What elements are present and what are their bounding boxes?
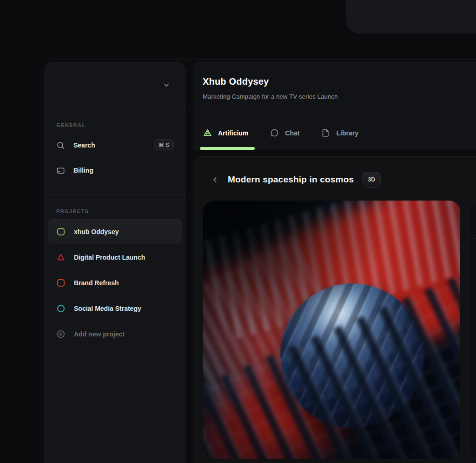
image-layer-vignette [203, 201, 460, 459]
active-tab-indicator [200, 147, 255, 150]
section-label-general: GENERAL [56, 122, 174, 128]
add-new-project-button[interactable]: Add new project [48, 321, 182, 347]
artificium-logo-icon [203, 128, 212, 138]
project-label: xhub Oddysey [74, 228, 119, 235]
sidebar-item-search[interactable]: Search ⌘ S [48, 133, 182, 158]
page-subtitle: Marketing Campaign for a new TV series L… [203, 93, 338, 100]
tab-artificium[interactable]: Artificium [203, 128, 248, 138]
sidebar-project-xhub-oddysey[interactable]: xhub Oddysey [48, 219, 182, 244]
background-decoration [346, 0, 476, 34]
artwork-title-row: Modern spaceship in cosmos 3D [209, 172, 381, 188]
main-header: Xhub Oddysey Marketing Campaign for a ne… [193, 62, 476, 150]
next-card-divider [469, 238, 476, 239]
project-square-icon [56, 278, 66, 288]
tab-chat[interactable]: Chat [270, 128, 299, 138]
project-circle-icon [56, 304, 66, 313]
sidebar-item-billing[interactable]: Billing [48, 158, 182, 183]
tab-bar: Artificium Chat Library [203, 128, 358, 138]
project-square-icon [56, 227, 66, 236]
library-file-icon [321, 128, 331, 138]
sidebar-project-social-media-strategy[interactable]: Social Media Strategy [48, 295, 182, 321]
project-label: Brand Refresh [74, 279, 119, 287]
sidebar: GENERAL Search ⌘ S Billing PROJECTS xhub… [44, 62, 186, 463]
tab-label: Artificium [218, 129, 248, 137]
plus-circle-icon [56, 329, 66, 339]
top-seam-divider [55, 59, 476, 60]
chat-bubble-icon [270, 128, 279, 138]
tab-label: Chat [285, 129, 299, 137]
page-title: Xhub Oddysey [203, 76, 269, 87]
chevron-down-icon [163, 82, 170, 88]
search-icon [56, 141, 65, 150]
tab-label: Library [336, 129, 358, 137]
add-new-project-label: Add new project [74, 330, 125, 338]
sidebar-item-label: Billing [73, 167, 93, 174]
project-triangle-icon [56, 253, 66, 262]
project-label: Social Media Strategy [74, 305, 141, 312]
sidebar-project-brand-refresh[interactable]: Brand Refresh [48, 270, 182, 295]
next-artwork-card-sliver[interactable] [469, 201, 476, 459]
sidebar-item-label: Search [73, 141, 95, 149]
billing-card-icon [56, 166, 65, 175]
tab-library[interactable]: Library [321, 128, 358, 138]
project-label: Digital Product Launch [74, 254, 145, 261]
workspace-collapse-button[interactable] [160, 79, 173, 92]
content-panel: Modern spaceship in cosmos 3D [193, 156, 476, 463]
artwork-title: Modern spaceship in cosmos [228, 174, 354, 185]
sidebar-divider [44, 194, 186, 195]
section-label-projects: PROJECTS [56, 208, 174, 214]
generated-artwork-image[interactable] [203, 201, 460, 459]
3d-badge[interactable]: 3D [362, 172, 381, 188]
sidebar-header [44, 62, 186, 108]
back-button[interactable] [209, 174, 221, 186]
sidebar-project-digital-product-launch[interactable]: Digital Product Launch [48, 244, 182, 270]
search-shortcut-badge: ⌘ S [154, 139, 174, 151]
